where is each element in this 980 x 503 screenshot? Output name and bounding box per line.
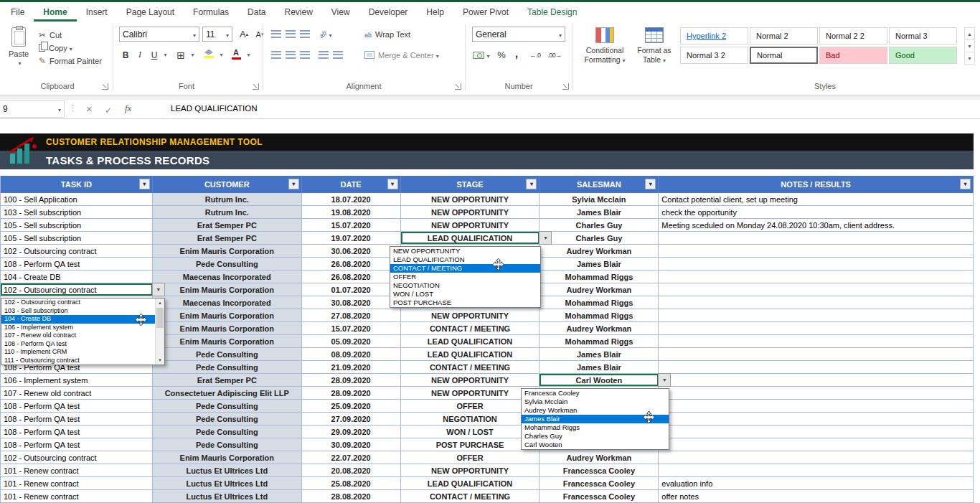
cell-salesman[interactable]: James Blair [540,348,659,360]
cell-stage[interactable]: WON / LOST [401,426,540,438]
salesman-dropdown-option[interactable]: Carl Wooten [522,441,669,449]
cell-customer[interactable]: Enim Mauris Corporation [153,451,302,464]
format-painter-button[interactable]: Format Painter [39,55,102,67]
percent-style-button[interactable] [495,47,508,62]
task-dropdown-option[interactable]: 103 - Sell subscription [1,307,155,316]
cell-salesman[interactable]: James Blair [540,206,659,218]
cell-stage[interactable]: NEW OPPORTUNITY [401,387,540,399]
cell-date[interactable]: 27.08.2020 [302,309,401,321]
cell-notes[interactable] [659,438,974,451]
cell-salesman[interactable]: Francessca Cooley [540,464,659,476]
cell-notes[interactable] [659,451,974,464]
cell-salesman[interactable]: Mohammad Riggs [540,271,659,283]
underline-button[interactable] [148,47,161,62]
font-color-button[interactable]: A [228,46,244,61]
stage-dropdown-option[interactable]: NEGOTIATION [390,281,540,290]
cell-customer[interactable]: Pede Consulting [153,413,302,425]
align-right-button[interactable] [298,47,311,62]
underline-options-icon[interactable] [161,47,168,62]
cell-stage[interactable]: CONTACT / MEETING [401,361,540,373]
cell-salesman[interactable]: Audrey Workman [540,283,659,296]
font-dialog-launcher[interactable] [253,83,259,90]
cell-date[interactable]: 19.07.2020 [302,232,401,244]
filter-button[interactable] [526,179,537,189]
cell-date[interactable]: 29.09.2020 [302,426,401,438]
cell-notes[interactable]: Meeting sceduled on Monday 24.08.2020 10… [659,219,974,231]
merge-center-button[interactable]: Merge & Center [364,49,439,61]
task-cell-dropdown-button[interactable] [152,283,165,296]
clipboard-dialog-launcher[interactable] [102,83,108,90]
align-middle-button[interactable] [284,27,297,42]
cell-task[interactable]: 102 - Outsourcing contract [1,245,153,257]
cell-date[interactable]: 28.08.2020 [302,490,401,502]
style-good[interactable]: Good [889,47,957,64]
cell-notes[interactable]: check the opportunity [659,206,974,218]
wrap-text-button[interactable]: Wrap Text [364,28,410,40]
cell-salesman[interactable]: Francessca Cooley [540,490,659,502]
format-as-table-button[interactable]: Format as Table [633,27,676,65]
filter-button[interactable] [960,179,971,189]
fill-color-button[interactable] [201,46,217,61]
cell-customer[interactable]: Pede Consulting [153,361,302,373]
cell-task[interactable]: 107 - Renew old contract [1,387,153,399]
style-normal-2[interactable]: Normal 2 [750,27,818,44]
align-left-button[interactable] [270,47,283,62]
cell-customer[interactable]: Maecenas Incorporated [153,271,302,283]
cell-salesman[interactable]: Mohammad Riggs [540,296,659,309]
font-color-options-icon[interactable] [244,47,251,62]
paste-button[interactable]: Paste [3,26,34,67]
cell-salesman[interactable]: Audrey Workman [540,245,659,257]
ribbon-tab-developer[interactable]: Developer [359,4,418,22]
ribbon-tab-power-pivot[interactable]: Power Pivot [453,4,518,22]
scroll-up-icon[interactable] [156,298,164,307]
cell-salesman[interactable]: James Blair [540,258,659,270]
align-center-button[interactable] [284,47,297,62]
task-dropdown-option[interactable]: 102 - Outsourcing contract [1,298,155,307]
cell-notes[interactable] [659,361,974,373]
cell-customer[interactable]: Pede Consulting [153,400,302,412]
ribbon-tab-data[interactable]: Data [238,4,275,22]
task-dropdown-option[interactable]: 104 - Create DB [1,315,155,324]
filter-button[interactable] [387,179,398,189]
cell-notes[interactable] [659,374,974,386]
number-format-select[interactable]: General [472,27,565,42]
cell-stage[interactable]: LEAD QUALIFICATION [401,477,540,489]
cell-task[interactable]: 104 - Create DB [1,271,153,283]
cell-salesman[interactable]: Mohammad Riggs [540,309,659,321]
cell-customer[interactable]: Rutrum Inc. [153,193,302,205]
cell-task[interactable]: 105 - Sell subscription [1,219,153,231]
cell-notes[interactable] [659,322,974,334]
task-dropdown-scrollbar[interactable] [155,298,164,365]
cell-salesman[interactable]: Charles Guy [540,219,659,231]
stage-dropdown-option[interactable]: NEW OPPORTUNITY [390,247,540,255]
cell-stage[interactable]: POST PURCHASE [401,438,540,451]
salesman-dropdown-option[interactable]: Charles Guy [522,432,669,441]
name-box-dropdown-icon[interactable] [56,104,61,114]
borders-options-icon[interactable] [188,47,195,62]
ribbon-tab-review[interactable]: Review [275,4,321,22]
ribbon-tab-home[interactable]: Home [34,4,76,22]
cell-date[interactable]: 25.09.2020 [302,400,401,412]
cell-stage[interactable]: LEAD QUALIFICATION [401,232,540,244]
ribbon-tab-insert[interactable]: Insert [77,4,117,22]
scroll-down-icon[interactable] [156,356,164,365]
cell-stage[interactable]: NEW OPPORTUNITY [401,309,540,321]
cell-stage[interactable]: NEGOTIATION [401,413,540,425]
cell-date[interactable]: 30.08.2020 [302,296,401,309]
salesman-cell-dropdown-button[interactable] [658,373,671,387]
cell-stage[interactable]: LEAD QUALIFICATION [401,348,540,360]
filter-button[interactable] [288,179,299,189]
cell-customer[interactable]: Consectetuer Adipiscing Elit LLP [153,387,302,399]
cell-notes[interactable] [659,258,974,270]
cell-notes[interactable] [659,296,974,309]
style-bad[interactable]: Bad [819,47,887,64]
cell-customer[interactable]: Erat Semper PC [153,219,302,231]
ribbon-tab-formulas[interactable]: Formulas [184,4,238,22]
style-normal-2-2[interactable]: Normal 2 2 [819,27,887,44]
number-dialog-launcher[interactable] [562,83,569,90]
cell-stage[interactable]: LEAD QUALIFICATION [401,335,540,347]
cell-customer[interactable]: Luctus Et Ultrices Ltd [153,490,302,502]
ribbon-tab-help[interactable]: Help [417,4,453,22]
align-bottom-button[interactable] [298,27,311,42]
cell-salesman[interactable]: Francessca Cooley [540,477,659,489]
